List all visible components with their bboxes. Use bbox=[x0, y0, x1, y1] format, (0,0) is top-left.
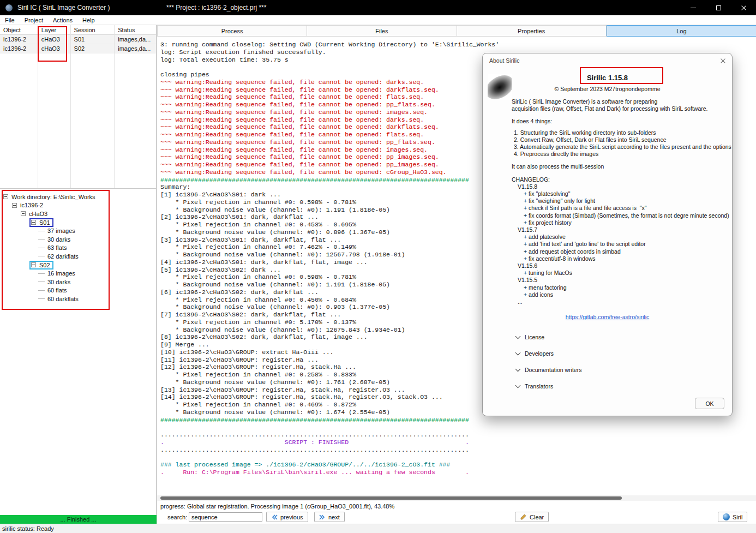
scrollbar-thumb[interactable] bbox=[160, 496, 622, 500]
tree-item-label: 60 flats bbox=[47, 287, 67, 294]
arrow-right-icon bbox=[319, 514, 326, 520]
section-toggle[interactable]: Documentation writers bbox=[516, 362, 732, 378]
tree-node: 37 images bbox=[38, 227, 77, 234]
table-cell[interactable]: cHaO3 bbox=[38, 44, 70, 53]
section-toggle[interactable]: Translators bbox=[516, 378, 732, 394]
log-line: ........................................… bbox=[160, 446, 756, 454]
menu-item[interactable]: File bbox=[0, 17, 20, 23]
dialog-close-button[interactable] bbox=[719, 57, 727, 65]
collapse-icon[interactable] bbox=[31, 262, 36, 267]
changelog-entry: V1.15.8 bbox=[512, 183, 730, 190]
changelog-entry: + add 'find text' and 'goto line' to the… bbox=[512, 241, 730, 248]
table-cell[interactable]: S02 bbox=[71, 44, 115, 53]
next-button[interactable]: next bbox=[314, 512, 345, 522]
project-title: *** Project : ic1396-2_object.prj *** bbox=[166, 4, 266, 11]
feature-item: 2. Convert Raw, Offset, Dark or Flat fil… bbox=[512, 136, 730, 143]
previous-button[interactable]: previous bbox=[266, 512, 308, 522]
chevron-down-icon bbox=[515, 333, 521, 339]
tree-branch-line bbox=[38, 239, 45, 239]
tree-node: 63 flats bbox=[38, 244, 68, 251]
collapse-icon[interactable] bbox=[21, 211, 26, 216]
menu-item[interactable]: Project bbox=[20, 17, 48, 23]
dialog-title: About Sirilic bbox=[489, 57, 519, 64]
changelog-title: CHANGELOG: bbox=[512, 176, 730, 183]
changelog-entry: + add platesolve bbox=[512, 233, 730, 241]
menu-item[interactable]: Help bbox=[77, 17, 100, 23]
section-toggle[interactable]: License bbox=[516, 329, 732, 345]
log-line: . SCRIPT : FINISHED . bbox=[160, 439, 756, 446]
status-column: Status images,da...images,da... bbox=[115, 25, 156, 188]
minimize-button[interactable] bbox=[681, 0, 706, 15]
tree-node: 60 flats bbox=[38, 287, 68, 294]
close-icon bbox=[720, 58, 726, 64]
progress-status-text: progress: Global star registration. Proc… bbox=[160, 503, 394, 510]
table-cell[interactable]: ic1396-2 bbox=[0, 44, 38, 53]
tree-item[interactable]: S02 bbox=[3, 261, 156, 270]
brush-icon bbox=[520, 513, 527, 520]
log-line: ### last processed image => ./ic1396-2/c… bbox=[160, 461, 756, 469]
previous-label: previous bbox=[280, 514, 303, 520]
tab[interactable]: Files bbox=[307, 25, 457, 37]
search-input[interactable] bbox=[189, 512, 262, 522]
tree-item[interactable]: 30 darks bbox=[3, 235, 156, 244]
table-cell[interactable]: images,da... bbox=[115, 44, 156, 53]
tree-item-label: 62 darkflats bbox=[47, 253, 79, 260]
gitlab-link[interactable]: https://gitlab.com/free-astro/sirilic bbox=[566, 314, 649, 320]
tree-item-label: 30 darks bbox=[47, 236, 70, 243]
tab[interactable]: Properties bbox=[457, 25, 607, 37]
app-icon bbox=[5, 4, 13, 11]
menu-item[interactable]: Actions bbox=[48, 17, 77, 23]
changelog-entry: + fix "weighing" only for light bbox=[512, 197, 730, 205]
close-button[interactable] bbox=[731, 0, 756, 15]
tree-item[interactable]: 60 flats bbox=[3, 286, 156, 295]
chevron-down-icon bbox=[515, 350, 521, 355]
collapse-icon[interactable] bbox=[12, 203, 17, 208]
ok-button[interactable]: OK bbox=[695, 398, 724, 409]
feature-item: 4. Preprocess directly the images bbox=[512, 151, 730, 158]
feature-item: 3. Automatically generate the SiriL scri… bbox=[512, 143, 730, 151]
siril-button[interactable]: Siril bbox=[718, 512, 747, 522]
collapse-icon[interactable] bbox=[3, 194, 8, 199]
tab[interactable]: Process bbox=[157, 25, 307, 37]
table-cell[interactable]: images,da... bbox=[115, 35, 156, 44]
object-table: Object ic1396-2ic1396-2 Layer cHaO3cHaO3… bbox=[0, 25, 156, 188]
maximize-button[interactable] bbox=[706, 0, 731, 15]
maximize-icon bbox=[716, 5, 721, 10]
tree-branch-line bbox=[38, 290, 45, 291]
tab-bar: ProcessFilesPropertiesLog bbox=[157, 25, 756, 37]
tree-item[interactable]: S01 bbox=[3, 218, 156, 227]
collapse-icon[interactable] bbox=[31, 220, 36, 225]
changelog-entry: V1.15.5 bbox=[512, 277, 730, 284]
tree-item[interactable]: 30 darks bbox=[3, 278, 156, 286]
tree-item[interactable]: 60 darkflats bbox=[3, 295, 156, 303]
table-cell[interactable]: cHaO3 bbox=[38, 35, 70, 44]
changelog-entry: V1.15.7 bbox=[512, 226, 730, 233]
tree-branch-line bbox=[38, 282, 45, 282]
dialog-sections: License Developers Documentation writers… bbox=[483, 329, 732, 394]
tree-branch-line bbox=[38, 256, 45, 256]
horizontal-scrollbar[interactable] bbox=[157, 495, 756, 501]
object-column: Object ic1396-2ic1396-2 bbox=[0, 25, 38, 188]
copyright: © September 2023 M27trognondepomme bbox=[483, 86, 732, 92]
tree-item-label: S02 bbox=[39, 262, 50, 268]
tree-item[interactable]: ic1396-2 bbox=[3, 201, 156, 210]
tree-item[interactable]: cHaO3 bbox=[3, 209, 156, 218]
table-cell[interactable]: ic1396-2 bbox=[0, 35, 38, 44]
tree-branch-line bbox=[38, 248, 45, 248]
changelog-entry: + fix coords format (Simbad) (Sometimes,… bbox=[512, 212, 730, 219]
changelog: V1.15.8+ fix "platesolving"+ fix "weighi… bbox=[512, 183, 730, 306]
tree-item-label: 60 darkflats bbox=[47, 296, 79, 302]
tree-item[interactable]: 63 flats bbox=[3, 244, 156, 253]
tree-node: 60 darkflats bbox=[38, 296, 80, 302]
tree-item[interactable]: 37 images bbox=[3, 226, 156, 235]
clear-button[interactable]: Clear bbox=[515, 512, 549, 522]
tree-item[interactable]: Work directory: E:\Sirilic_Works bbox=[3, 193, 156, 201]
table-cell[interactable]: S01 bbox=[71, 35, 115, 44]
tree-item[interactable]: 62 darkflats bbox=[3, 252, 156, 261]
tree-item[interactable]: 16 images bbox=[3, 269, 156, 278]
section-toggle[interactable]: Developers bbox=[516, 345, 732, 362]
tree-node: S02 bbox=[29, 261, 53, 270]
tab[interactable]: Log bbox=[607, 25, 756, 37]
siril-label: Siril bbox=[733, 514, 742, 520]
clear-label: Clear bbox=[530, 514, 544, 520]
